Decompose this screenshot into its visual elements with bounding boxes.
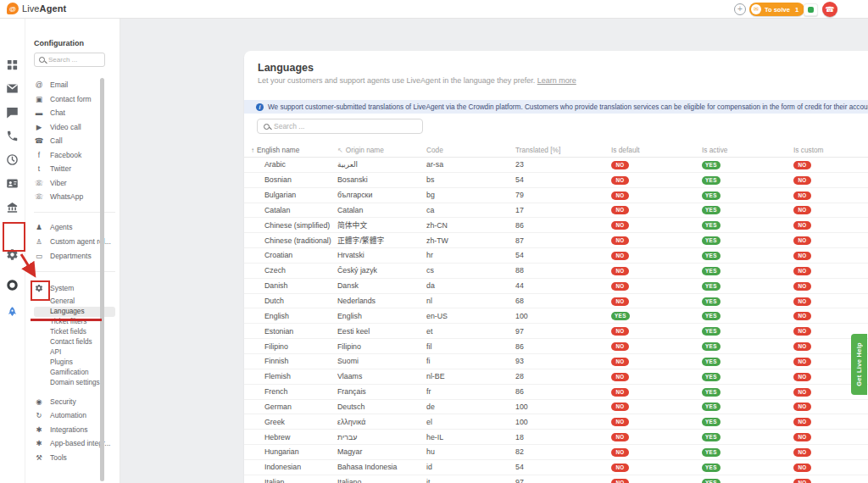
rail-item-contacts[interactable] (6, 177, 19, 191)
column-header-english-name[interactable]: ↑English name (244, 146, 337, 154)
is-active-badge: YES (702, 236, 721, 245)
rail-item-history[interactable] (6, 153, 19, 167)
sidebar-scrollbar[interactable] (100, 78, 104, 481)
rail-item-dashboard[interactable] (6, 58, 19, 72)
brand-text: LiveAgent (22, 3, 66, 14)
is-active-badge-cell: YES (702, 432, 793, 441)
sidebar-item-label: Security (50, 397, 76, 406)
table-row: CzechČeský jazykcs88NOYESNO↓✎ (244, 264, 868, 279)
rail-item-status[interactable] (6, 279, 19, 292)
table-search[interactable] (257, 119, 423, 134)
get-live-help-button[interactable]: Get Live Help (851, 334, 867, 395)
table-row: DutchNederlandsnl68NOYESNO↓✎ (244, 294, 868, 309)
is-active-badge: YES (702, 327, 721, 336)
rail-item-billing[interactable] (6, 201, 19, 214)
english-name-cell: English (244, 312, 337, 320)
is-active-badge: YES (702, 358, 721, 366)
search-icon (264, 124, 270, 130)
is-active-badge-cell: YES (702, 175, 793, 185)
is-custom-badge: NO (793, 297, 811, 306)
column-header-label: Code (426, 146, 443, 154)
column-header-is-default[interactable]: Is default (611, 146, 702, 154)
english-name-cell: Danish (244, 281, 337, 290)
column-header-translated-%[interactable]: Translated [%] (515, 146, 611, 154)
to-solve-count: 1 (795, 6, 798, 14)
table-row: Bulgarianбългарскиbg79NOYESNO↓✎ (244, 188, 868, 203)
is-active-badge-cell: YES (702, 297, 793, 306)
code-cell: it (426, 478, 515, 483)
is-default-badge: YES (611, 312, 630, 320)
rail-item-getting-started[interactable] (6, 306, 19, 319)
is-active-badge: YES (702, 448, 721, 457)
whatsapp-icon: ☏ (34, 192, 44, 201)
learn-more-link[interactable]: Learn more (537, 76, 576, 85)
table-row: CroatianHrvatskihr54NOYESNO↓✎ (244, 248, 868, 264)
english-name-cell: Hungarian (244, 447, 337, 456)
origin-name-cell: English (337, 312, 426, 320)
column-header-is-custom[interactable]: Is custom (793, 146, 868, 154)
english-name-cell: Dutch (244, 297, 337, 305)
sidebar-search-input[interactable] (48, 56, 100, 64)
search-icon (39, 57, 45, 63)
rail-item-calls[interactable] (6, 130, 19, 143)
is-default-badge-cell: NO (611, 175, 702, 185)
getting-started-icon (6, 306, 19, 319)
is-default-badge-cell: NO (611, 402, 702, 411)
chat-status-button[interactable] (804, 3, 818, 16)
call-icon: ☎ (34, 136, 44, 145)
add-new-button[interactable]: + (734, 3, 746, 15)
translated-cell: 100 (515, 418, 611, 426)
is-active-badge: YES (702, 418, 721, 426)
column-header-code[interactable]: Code (426, 146, 515, 154)
table-row: Greekελληνικάel100NOYESNO↓✎ (244, 414, 868, 430)
column-header-origin-name[interactable]: ↖Origin name (337, 146, 426, 154)
is-default-badge-cell: NO (611, 251, 702, 260)
dashboard-icon (6, 58, 19, 71)
is-custom-badge: NO (793, 342, 811, 351)
status-icon (6, 279, 19, 291)
code-cell: id (426, 463, 515, 471)
is-active-badge: YES (702, 433, 721, 441)
is-custom-badge-cell: NO (793, 297, 868, 306)
is-default-badge: NO (611, 402, 629, 411)
is-default-badge-cell: NO (611, 297, 702, 306)
is-default-badge-cell: NO (611, 220, 702, 230)
column-header-label: Is active (702, 146, 727, 154)
is-default-badge: NO (611, 448, 629, 457)
translated-cell: 68 (515, 297, 611, 305)
is-custom-badge: NO (793, 282, 811, 291)
is-default-badge-cell: NO (611, 191, 702, 200)
sidebar-item-label: WhatsApp (50, 192, 83, 201)
is-default-badge-cell: NO (611, 205, 702, 214)
rail-item-chats[interactable] (6, 106, 19, 119)
rail-item-tickets[interactable] (6, 82, 19, 96)
is-default-badge-cell: NO (611, 372, 702, 381)
column-header-label: Translated [%] (515, 146, 560, 154)
is-custom-badge: NO (793, 448, 811, 457)
is-default-badge-cell: NO (611, 326, 702, 336)
contacts-icon (6, 177, 19, 190)
table-row: Chinese (simplified)简体中文zh-CN86NOYESNO↓✎ (244, 218, 868, 233)
column-header-label: Origin name (346, 146, 384, 154)
table-row: FilipinoFilipinofil86NOYESNO↓✎ (244, 339, 868, 354)
phone-icon: ☎ (825, 5, 834, 14)
english-name-cell: French (244, 387, 337, 396)
code-cell: hr (426, 251, 515, 259)
translated-cell: 79 (515, 191, 611, 199)
is-active-badge-cell: YES (702, 372, 793, 381)
is-active-badge: YES (702, 282, 721, 291)
column-header-is-active[interactable]: Is active (702, 146, 793, 154)
is-active-badge-cell: YES (702, 357, 793, 366)
table-search-input[interactable] (274, 122, 416, 130)
table-row: FinnishSuomifi93NOYESNO↓✎ (244, 354, 868, 369)
code-cell: bs (426, 175, 515, 184)
rail-item-configuration[interactable] (6, 248, 19, 262)
table-row: DanishDanskda44NOYESNO↓✎ (244, 279, 868, 294)
to-solve-button[interactable]: ✉ To solve 1 (749, 3, 804, 16)
is-active-badge: YES (702, 221, 721, 230)
origin-name-cell: Bosanski (337, 175, 426, 184)
phone-status-button[interactable]: ☎ (822, 2, 837, 17)
is-active-badge: YES (702, 388, 721, 397)
is-active-badge-cell: YES (702, 220, 793, 230)
sidebar-search[interactable] (34, 53, 105, 67)
